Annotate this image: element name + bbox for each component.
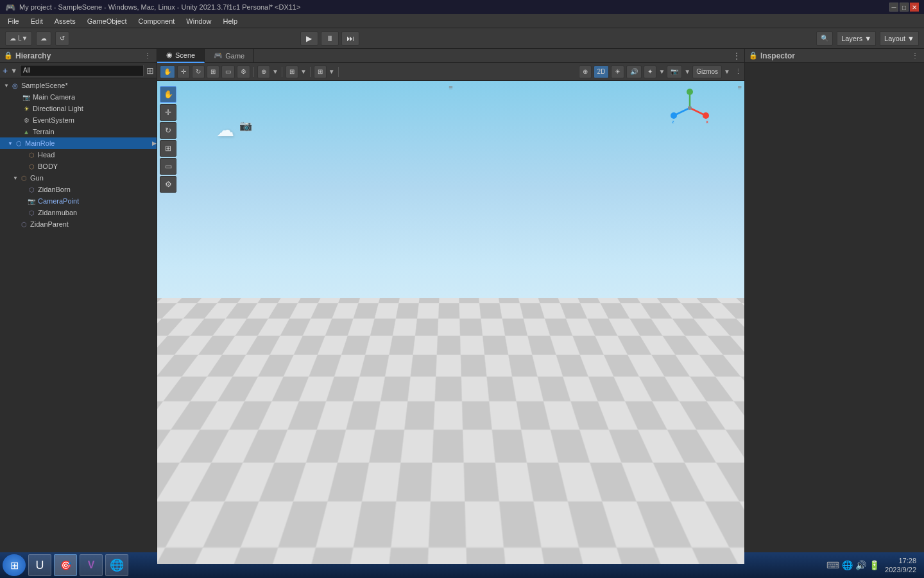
tree-item-zidanmuban[interactable]: ⬡ Zidanmuban <box>0 207 157 218</box>
layers-dropdown[interactable]: Layers ▼ <box>837 31 876 46</box>
taskbar-right: ⌨ 🌐 🔊 🔋 17:28 2023/9/22 <box>826 556 921 575</box>
step-button[interactable]: ⏭ <box>341 31 359 46</box>
svg-text:X: X <box>706 120 708 124</box>
tool-rotate-btn[interactable]: ↻ <box>160 122 176 139</box>
hierarchy-search-input[interactable] <box>20 65 144 76</box>
taskbar-unity-app[interactable]: U <box>28 554 51 576</box>
taskbar: ⊞ U 🎯 V 🌐 ⌨ 🌐 🔊 🔋 17:28 2023/9/22 <box>0 552 924 578</box>
keyboard-icon[interactable]: ⌨ <box>826 560 839 570</box>
network-icon[interactable]: 🌐 <box>842 560 853 570</box>
tree-item-camerapoint[interactable]: 📷 CameraPoint <box>0 195 157 207</box>
tool-hand[interactable]: ✋ <box>160 66 175 78</box>
hierarchy-filter-icon[interactable]: ⊞ <box>146 66 154 76</box>
scene-more-icon[interactable]: ⋮ <box>735 67 742 76</box>
undo-button[interactable]: ↺ <box>55 31 69 46</box>
battery-icon[interactable]: 🔋 <box>869 560 880 570</box>
volume-icon[interactable]: 🔊 <box>855 560 866 570</box>
collab-button[interactable]: ☁ L▼ <box>5 31 32 46</box>
tool-scale[interactable]: ⊞ <box>207 66 219 78</box>
tool-transform[interactable]: ⚙ <box>237 66 250 78</box>
btn-2d[interactable]: 2D <box>594 66 610 78</box>
scene-icon: ◎ <box>10 81 19 90</box>
tree-item-mainrole[interactable]: ▼ ⬡ MainRole ▶ <box>0 137 157 149</box>
grid-btn[interactable]: ⊞ <box>286 66 298 78</box>
menu-gameobject[interactable]: GameObject <box>82 16 132 26</box>
inspector-title: Inspector <box>760 51 907 60</box>
tree-item-body[interactable]: ▶ ⬡ BODY <box>0 161 157 172</box>
btn-audio[interactable]: 🔊 <box>626 66 642 78</box>
chrome-icon: 🌐 <box>110 558 124 572</box>
inspector-lock-icon: 🔒 <box>749 51 758 60</box>
minimize-button[interactable]: ─ <box>889 3 898 12</box>
tree-item-maincamera[interactable]: ▶ 📷 Main Camera <box>0 91 157 103</box>
menu-file[interactable]: File <box>3 16 24 26</box>
btn-fx[interactable]: ✦ <box>644 66 656 78</box>
tree-item-samplescene[interactable]: ▼ ◎ SampleScene* <box>0 80 157 91</box>
tool-rect[interactable]: ▭ <box>221 66 235 78</box>
hierarchy-tree: ▼ ◎ SampleScene* ▶ 📷 Main Camera ▶ ☀ Dir… <box>0 78 157 564</box>
btn-scene-cam[interactable]: 📷 <box>667 66 682 78</box>
tree-item-terrain[interactable]: ▶ ▲ Terrain <box>0 126 157 137</box>
tool-hand-btn[interactable]: ✋ <box>160 86 176 103</box>
maximize-button[interactable]: □ <box>900 3 909 12</box>
view-more-icon[interactable]: ⋮ <box>733 51 744 60</box>
tree-item-directionallight[interactable]: ▶ ☀ Directional Light <box>0 103 157 114</box>
sub1-icon: ⬡ <box>27 185 36 194</box>
tool-move[interactable]: ✛ <box>177 66 190 78</box>
tool-rotate[interactable]: ↻ <box>192 66 205 78</box>
menu-window[interactable]: Window <box>181 16 216 26</box>
tool-rect-btn[interactable]: ▭ <box>160 158 176 175</box>
tool-move-btn[interactable]: ✛ <box>160 104 176 121</box>
tab-scene[interactable]: ◉ Scene <box>157 49 205 63</box>
hierarchy-more-icon[interactable]: ⋮ <box>142 51 153 61</box>
play-button[interactable]: ▶ <box>300 31 318 46</box>
hierarchy-add-icon[interactable]: + <box>3 66 8 76</box>
inspector-more-icon[interactable]: ⋮ <box>910 51 920 61</box>
scene-camera-icon: 📷 <box>239 119 252 132</box>
taskbar-vs-app[interactable]: V <box>80 554 103 576</box>
tree-item-zidanborn[interactable]: ⬡ ZidanBorn <box>0 184 157 195</box>
search-button[interactable]: 🔍 <box>816 31 833 46</box>
pause-button[interactable]: ⏸ <box>321 31 339 46</box>
svg-point-5 <box>671 112 677 119</box>
tree-item-eventsystem[interactable]: ▶ ⚙ EventSystem <box>0 114 157 126</box>
maincamera-label: Main Camera <box>33 93 75 101</box>
view-mode-btn[interactable]: ⊞ <box>314 66 327 78</box>
tool-scale-btn[interactable]: ⊞ <box>160 140 176 157</box>
layout-dropdown[interactable]: Layout ▼ <box>880 31 919 46</box>
svg-point-6 <box>688 106 692 110</box>
tree-item-head[interactable]: ▶ ⬡ Head <box>0 149 157 161</box>
scene-viewport[interactable]: ☁ 📷 ➤ ✋ ✛ <box>157 81 744 564</box>
scene-settings-icon[interactable]: ≡ <box>738 83 742 91</box>
menu-component[interactable]: Component <box>133 16 180 26</box>
center-btn[interactable]: ⊕ <box>257 66 270 78</box>
windows-logo-icon: ⊞ <box>10 559 19 572</box>
inspector-header: 🔒 Inspector ⋮ <box>745 49 924 63</box>
terrain-icon: ▲ <box>22 127 31 136</box>
taskbar-unity-editor-app[interactable]: 🎯 <box>54 554 77 576</box>
tree-item-gun[interactable]: ▼ ⬡ Gun <box>0 172 157 184</box>
collab-icon-btn[interactable]: ☁ <box>36 31 51 46</box>
close-button[interactable]: ✕ <box>910 3 919 12</box>
window-title: My project - SampleScene - Windows, Mac,… <box>19 3 300 11</box>
btn-lighting[interactable]: ☀ <box>611 66 624 78</box>
hierarchy-arrow-icon: ▼ <box>10 67 17 74</box>
persp-btn[interactable]: ⊕ <box>579 66 592 78</box>
scene-center-menu-icon: ≡ <box>449 83 452 91</box>
taskbar-chrome-app[interactable]: 🌐 <box>105 554 128 576</box>
menu-assets[interactable]: Assets <box>49 16 81 26</box>
menu-help[interactable]: Help <box>218 16 243 26</box>
menu-edit[interactable]: Edit <box>26 16 48 26</box>
start-button[interactable]: ⊞ <box>3 554 26 576</box>
tree-item-zidanparent[interactable]: ⬡ ZidanParent <box>0 218 157 230</box>
sub3-icon: ⬡ <box>19 220 28 229</box>
arrow-body: ▶ <box>19 162 27 170</box>
tab-game[interactable]: 🎮 Game <box>205 49 254 63</box>
directionallight-label: Directional Light <box>33 105 83 112</box>
game-tab-icon: 🎮 <box>214 51 223 60</box>
tool-custom-btn[interactable]: ⚙ <box>160 176 176 193</box>
scene-sep4 <box>338 67 339 77</box>
clock-date: 2023/9/22 <box>885 565 916 574</box>
btn-gizmos[interactable]: Gizmos <box>692 66 722 78</box>
scene-gizmo: Y X Z <box>671 89 709 128</box>
